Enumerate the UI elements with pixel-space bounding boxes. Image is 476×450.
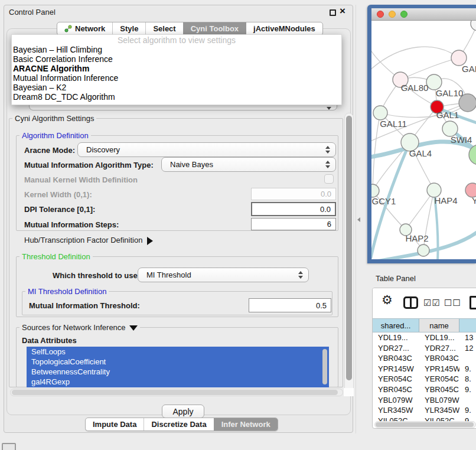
manual-kernel-checkbox[interactable] [324, 174, 334, 184]
table-cell: YBR043C [373, 353, 419, 364]
kernel-width-input[interactable] [251, 188, 336, 200]
attribute-item-topologicalcoefficient[interactable]: TopologicalCoefficient [27, 357, 329, 367]
algorithm-option-aracne-algorithm[interactable]: ARACNE Algorithm [12, 64, 341, 73]
panel-divider[interactable] [356, 5, 356, 433]
node-label: SWI4 [451, 135, 472, 145]
node-label: HAP2 [405, 233, 428, 243]
table-cell: 9. [459, 384, 476, 395]
algorithm-option-bayesian-hill-climbing[interactable]: Bayesian – Hill Climbing [12, 45, 341, 54]
network-node-gal11[interactable] [373, 106, 387, 120]
attribute-item-selfloops[interactable]: SelfLoops [27, 347, 329, 357]
mi-type-select[interactable]: Naive Bayes [161, 157, 336, 172]
expand-right-icon [147, 237, 153, 245]
tab-label: Impute Data [93, 420, 136, 429]
column-header-name[interactable]: name [419, 319, 459, 332]
table-horizontal-scrollbar[interactable] [376, 422, 474, 427]
table-cell: YER054C [373, 374, 419, 384]
column-header-shared[interactable]: shared... [373, 319, 419, 332]
table-cell: YDL19... [419, 332, 459, 343]
control-panel-tabbar: NetworkStyleSelectCyni ToolboxjActiveMNo… [57, 22, 323, 35]
algorithm-option-dream8-dc-tdc-algorithm[interactable]: Dream8 DC_TDC Algorithm [12, 92, 341, 102]
column-header-2[interactable] [459, 319, 476, 332]
attributes-list-scrollbar[interactable] [322, 349, 327, 384]
threshold-definition-title: Threshold Definition [19, 252, 93, 261]
node-label: GAL11 [380, 119, 407, 129]
gear-icon[interactable]: ⚙ [382, 293, 393, 307]
table-cell: YDL19... [373, 332, 419, 343]
node-label: GAL [462, 64, 476, 74]
table-cell: 9. [459, 416, 476, 421]
table-cell: YBL079W [419, 395, 459, 406]
mi-steps-input[interactable] [251, 218, 336, 230]
attribute-item-betweennesscentrality[interactable]: BetweennessCentrality [27, 367, 329, 377]
attribute-item-gal4rgexp[interactable]: gal4RGexp [27, 377, 329, 387]
table-row[interactable]: YDL19...YDL19...13 [373, 332, 476, 343]
network-node[interactable] [418, 244, 429, 256]
node-label: HAP4 [434, 195, 457, 206]
table-row[interactable]: YPR145WYPR145W9. [373, 364, 476, 374]
aracne-mode-select[interactable]: Discovery [77, 142, 336, 157]
control-panel: Control Panel × NetworkStyleSelectCyni T… [4, 5, 353, 433]
table-row[interactable]: YIL052CYIL052C9. [373, 416, 476, 421]
mi-type-label: Mutual Information Algorithm Type: [24, 161, 154, 169]
mi-threshold-input[interactable] [249, 298, 331, 312]
close-window-icon[interactable] [377, 11, 384, 18]
hub-definition-toggle[interactable]: Hub/Transcription Factor Definition [24, 236, 153, 245]
tab-label: jActiveMNodules [253, 24, 315, 33]
tab-impute-data[interactable]: Impute Data [86, 418, 144, 431]
tab-cyni-toolbox[interactable]: Cyni Toolbox [183, 22, 246, 35]
docked-panel-icon[interactable] [2, 443, 16, 450]
float-panel-icon[interactable] [330, 9, 336, 16]
which-threshold-select[interactable]: MI Threshold [138, 268, 309, 282]
tab-network[interactable]: Network [57, 22, 112, 35]
dpi-tolerance-label: DPI Tolerance [0,1]: [24, 205, 95, 214]
minimize-window-icon[interactable] [389, 11, 396, 18]
algorithm-option-mutual-information-inference[interactable]: Mutual Information Inference [12, 73, 341, 83]
table-cell: YLR345W [419, 405, 459, 416]
dpi-tolerance-input[interactable] [251, 202, 336, 216]
divider-collapse-icon[interactable] [357, 217, 360, 222]
collapse-down-icon [129, 325, 138, 331]
network-node[interactable] [471, 21, 476, 31]
network-canvas[interactable]: GALGAL80GAL10GAL1GAL11SWI4GAL4GCY1HAP4YH… [371, 21, 476, 259]
table-cell: YBR045C [373, 384, 419, 395]
table-row[interactable]: YLR345WYLR345W9. [373, 405, 476, 416]
table-panel: ⚙ ☑☑ ☐☐ shared...name YDL19...YDL19...13… [372, 288, 476, 429]
table-cell: YLR345W [373, 405, 419, 416]
algorithm-option-bayesian-k2[interactable]: Bayesian – K2 [12, 83, 341, 92]
new-column-icon[interactable] [470, 296, 476, 309]
table-row[interactable]: YBR045CYBR045C9. [373, 384, 476, 395]
table-row[interactable]: YBL079WYBL079W [373, 395, 476, 406]
node-label: GAL80 [401, 83, 429, 93]
table-cell: YIL052C [373, 416, 419, 421]
table-row[interactable]: YER054CYER054C8. [373, 374, 476, 384]
table-cell: 9. [459, 364, 476, 374]
algorithm-option-basic-correlation-inference[interactable]: Basic Correlation Inference [12, 54, 341, 64]
deselect-all-icon[interactable]: ☐☐ [444, 298, 461, 308]
settings-horizontal-scrollbar[interactable] [12, 390, 338, 395]
table-cell: 13 [459, 332, 476, 343]
tab-jactivemnodules[interactable]: jActiveMNodules [246, 22, 322, 35]
apply-button[interactable]: Apply [162, 405, 204, 418]
settings-vertical-scrollbar[interactable] [346, 116, 352, 380]
network-node-gcy1[interactable] [371, 184, 379, 197]
zoom-window-icon[interactable] [400, 11, 407, 18]
aracne-mode-label: Aracne Mode: [24, 146, 75, 155]
table-cell: YDR27... [419, 343, 459, 354]
table-cell: 9. [459, 405, 476, 416]
which-threshold-value: MI Threshold [146, 270, 191, 279]
algorithm-definition-title: Algorithm Definition [19, 131, 91, 140]
tab-select[interactable]: Select [145, 22, 182, 35]
split-columns-icon[interactable] [403, 296, 418, 309]
select-all-icon[interactable]: ☑☑ [423, 298, 441, 308]
close-panel-icon[interactable]: × [340, 5, 345, 17]
tab-label: Select [153, 24, 175, 33]
sources-group-title[interactable]: Sources for Network Inference [19, 323, 140, 332]
tab-discretize-data[interactable]: Discretize Data [144, 418, 213, 431]
tab-infer-network[interactable]: Infer Network [214, 418, 278, 431]
data-attributes-list[interactable]: SelfLoopsTopologicalCoefficientBetweenne… [27, 347, 329, 387]
tab-style[interactable]: Style [112, 22, 145, 35]
table-row[interactable]: YBR043CYBR043C [373, 353, 476, 364]
network-window-titlebar[interactable] [371, 8, 476, 21]
table-row[interactable]: YDR27...YDR27...12 [373, 343, 476, 354]
